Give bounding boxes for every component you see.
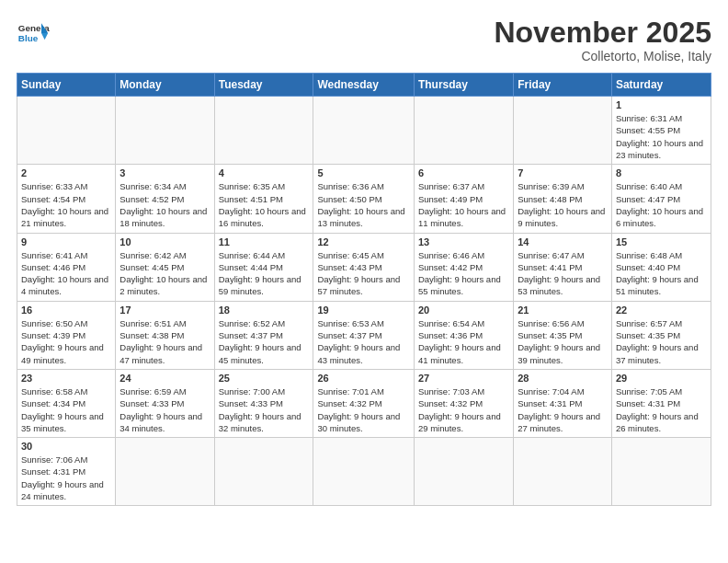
day-info: Sunrise: 7:06 AM Sunset: 4:31 PM Dayligh… [21, 454, 111, 502]
day-info: Sunrise: 6:46 AM Sunset: 4:42 PM Dayligh… [418, 249, 509, 298]
day-cell: 21Sunrise: 6:56 AM Sunset: 4:35 PM Dayli… [514, 301, 612, 369]
day-number: 23 [21, 373, 111, 384]
day-cell: 16Sunrise: 6:50 AM Sunset: 4:39 PM Dayli… [17, 301, 116, 369]
day-number: 9 [21, 236, 111, 247]
day-cell [313, 438, 414, 506]
day-info: Sunrise: 7:01 AM Sunset: 4:32 PM Dayligh… [317, 385, 409, 434]
logo-icon: General Blue [17, 17, 50, 50]
weekday-header-thursday: Thursday [414, 74, 513, 97]
weekday-header-monday: Monday [116, 74, 214, 97]
day-cell [116, 438, 214, 506]
day-number: 17 [119, 304, 210, 316]
day-cell: 11Sunrise: 6:44 AM Sunset: 4:44 PM Dayli… [214, 233, 313, 301]
day-number: 1 [616, 99, 707, 110]
day-cell: 2Sunrise: 6:33 AM Sunset: 4:54 PM Daylig… [17, 165, 116, 233]
day-cell [116, 97, 214, 165]
day-cell: 18Sunrise: 6:52 AM Sunset: 4:37 PM Dayli… [214, 301, 313, 369]
day-cell: 24Sunrise: 6:59 AM Sunset: 4:33 PM Dayli… [116, 369, 214, 437]
weekday-header-saturday: Saturday [611, 74, 711, 97]
day-info: Sunrise: 7:05 AM Sunset: 4:31 PM Dayligh… [616, 385, 707, 434]
day-info: Sunrise: 6:39 AM Sunset: 4:48 PM Dayligh… [518, 180, 608, 229]
weekday-header-sunday: Sunday [17, 74, 116, 97]
day-number: 5 [317, 167, 409, 178]
day-cell: 26Sunrise: 7:01 AM Sunset: 4:32 PM Dayli… [313, 369, 414, 437]
day-cell: 20Sunrise: 6:54 AM Sunset: 4:36 PM Dayli… [414, 301, 513, 369]
day-number: 7 [518, 167, 608, 178]
title-block: November 2025 Colletorto, Molise, Italy [494, 17, 711, 63]
day-info: Sunrise: 6:47 AM Sunset: 4:41 PM Dayligh… [518, 249, 608, 298]
week-row-2: 2Sunrise: 6:33 AM Sunset: 4:54 PM Daylig… [17, 165, 711, 233]
day-number: 27 [418, 373, 509, 384]
location-subtitle: Colletorto, Molise, Italy [494, 49, 711, 63]
day-cell [214, 97, 313, 165]
weekday-header-friday: Friday [514, 74, 612, 97]
week-row-5: 23Sunrise: 6:58 AM Sunset: 4:34 PM Dayli… [17, 369, 711, 437]
weekday-header-tuesday: Tuesday [214, 74, 313, 97]
day-number: 15 [616, 236, 707, 247]
day-number: 29 [616, 373, 707, 384]
day-number: 10 [119, 236, 210, 247]
day-info: Sunrise: 6:36 AM Sunset: 4:50 PM Dayligh… [317, 180, 409, 229]
calendar-table: SundayMondayTuesdayWednesdayThursdayFrid… [17, 73, 711, 506]
day-cell: 6Sunrise: 6:37 AM Sunset: 4:49 PM Daylig… [414, 165, 513, 233]
day-info: Sunrise: 6:34 AM Sunset: 4:52 PM Dayligh… [119, 180, 210, 229]
day-number: 3 [119, 167, 210, 178]
day-number: 30 [21, 441, 111, 452]
day-cell: 5Sunrise: 6:36 AM Sunset: 4:50 PM Daylig… [313, 165, 414, 233]
day-number: 6 [418, 167, 509, 178]
day-cell: 28Sunrise: 7:04 AM Sunset: 4:31 PM Dayli… [514, 369, 612, 437]
day-info: Sunrise: 6:56 AM Sunset: 4:35 PM Dayligh… [518, 317, 608, 366]
month-title: November 2025 [494, 17, 711, 49]
day-cell: 13Sunrise: 6:46 AM Sunset: 4:42 PM Dayli… [414, 233, 513, 301]
day-number: 4 [219, 167, 310, 178]
day-info: Sunrise: 6:51 AM Sunset: 4:38 PM Dayligh… [119, 317, 210, 366]
day-info: Sunrise: 6:59 AM Sunset: 4:33 PM Dayligh… [119, 385, 210, 434]
day-info: Sunrise: 6:52 AM Sunset: 4:37 PM Dayligh… [219, 317, 310, 366]
day-number: 28 [518, 373, 608, 384]
day-info: Sunrise: 6:35 AM Sunset: 4:51 PM Dayligh… [219, 180, 310, 229]
day-number: 25 [219, 373, 310, 384]
day-info: Sunrise: 6:50 AM Sunset: 4:39 PM Dayligh… [21, 317, 111, 366]
day-cell [414, 97, 513, 165]
day-number: 22 [616, 304, 707, 316]
week-row-6: 30Sunrise: 7:06 AM Sunset: 4:31 PM Dayli… [17, 438, 711, 506]
day-number: 13 [418, 236, 509, 247]
logo: General Blue [17, 17, 50, 50]
calendar-page: General Blue November 2025 Colletorto, M… [0, 0, 728, 563]
day-cell: 17Sunrise: 6:51 AM Sunset: 4:38 PM Dayli… [116, 301, 214, 369]
week-row-3: 9Sunrise: 6:41 AM Sunset: 4:46 PM Daylig… [17, 233, 711, 301]
svg-text:Blue: Blue [18, 33, 39, 43]
day-cell: 9Sunrise: 6:41 AM Sunset: 4:46 PM Daylig… [17, 233, 116, 301]
day-info: Sunrise: 6:44 AM Sunset: 4:44 PM Dayligh… [219, 249, 310, 298]
day-cell [313, 97, 414, 165]
day-info: Sunrise: 6:53 AM Sunset: 4:37 PM Dayligh… [317, 317, 409, 366]
day-cell [514, 97, 612, 165]
day-info: Sunrise: 6:57 AM Sunset: 4:35 PM Dayligh… [616, 317, 707, 366]
day-number: 8 [616, 167, 707, 178]
weekday-header-wednesday: Wednesday [313, 74, 414, 97]
day-number: 12 [317, 236, 409, 247]
day-cell: 10Sunrise: 6:42 AM Sunset: 4:45 PM Dayli… [116, 233, 214, 301]
day-info: Sunrise: 7:04 AM Sunset: 4:31 PM Dayligh… [518, 385, 608, 434]
day-info: Sunrise: 6:33 AM Sunset: 4:54 PM Dayligh… [21, 180, 111, 229]
day-info: Sunrise: 6:31 AM Sunset: 4:55 PM Dayligh… [616, 112, 707, 161]
day-cell: 19Sunrise: 6:53 AM Sunset: 4:37 PM Dayli… [313, 301, 414, 369]
day-number: 21 [518, 304, 608, 316]
day-info: Sunrise: 6:48 AM Sunset: 4:40 PM Dayligh… [616, 249, 707, 298]
day-number: 2 [21, 167, 111, 178]
day-cell: 25Sunrise: 7:00 AM Sunset: 4:33 PM Dayli… [214, 369, 313, 437]
weekday-header-row: SundayMondayTuesdayWednesdayThursdayFrid… [17, 74, 711, 97]
day-cell [611, 438, 711, 506]
day-cell [414, 438, 513, 506]
day-info: Sunrise: 6:54 AM Sunset: 4:36 PM Dayligh… [418, 317, 509, 366]
day-cell: 30Sunrise: 7:06 AM Sunset: 4:31 PM Dayli… [17, 438, 116, 506]
day-cell: 4Sunrise: 6:35 AM Sunset: 4:51 PM Daylig… [214, 165, 313, 233]
week-row-1: 1Sunrise: 6:31 AM Sunset: 4:55 PM Daylig… [17, 97, 711, 165]
day-cell: 3Sunrise: 6:34 AM Sunset: 4:52 PM Daylig… [116, 165, 214, 233]
day-number: 16 [21, 304, 111, 316]
week-row-4: 16Sunrise: 6:50 AM Sunset: 4:39 PM Dayli… [17, 301, 711, 369]
day-cell: 12Sunrise: 6:45 AM Sunset: 4:43 PM Dayli… [313, 233, 414, 301]
day-info: Sunrise: 7:03 AM Sunset: 4:32 PM Dayligh… [418, 385, 509, 434]
day-cell: 23Sunrise: 6:58 AM Sunset: 4:34 PM Dayli… [17, 369, 116, 437]
svg-marker-3 [41, 33, 48, 40]
